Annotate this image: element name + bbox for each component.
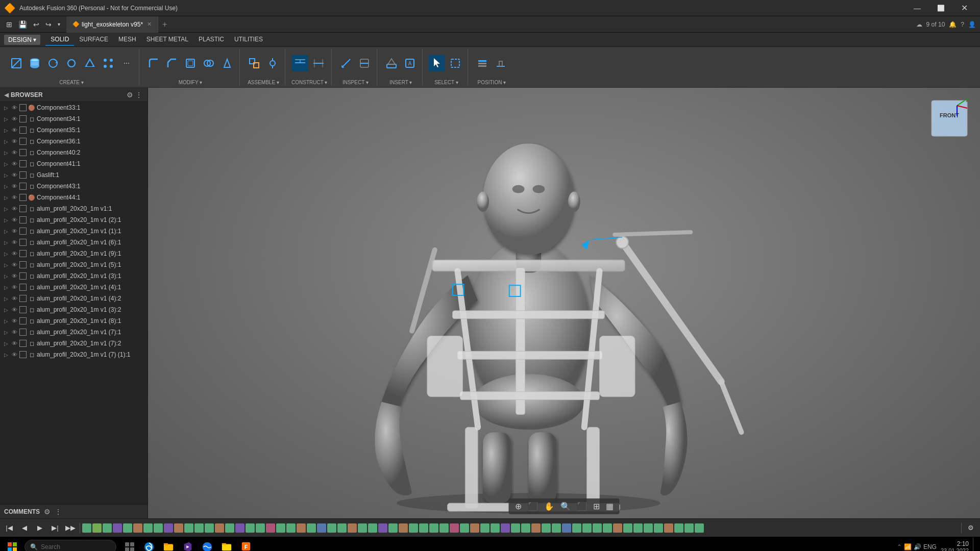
timeline-item[interactable]	[133, 523, 142, 533]
timeline-item[interactable]	[684, 523, 694, 533]
timeline-next-button[interactable]: ▶|	[48, 521, 62, 535]
model-view[interactable]	[148, 88, 980, 518]
tree-expand-comp35[interactable]: ▷	[2, 126, 10, 134]
tree-checkbox-alum12[interactable]	[19, 329, 27, 336]
view-pan-button[interactable]: ✋	[542, 500, 556, 512]
lang-indicator[interactable]: ENG	[923, 543, 937, 550]
tree-expand-comp36[interactable]: ▷	[2, 137, 10, 145]
timeline-item[interactable]	[256, 523, 265, 533]
tree-item-comp35[interactable]: ▷ 👁 ◻ Component35:1	[0, 124, 148, 136]
sidebar-settings-icon[interactable]: ⚙	[126, 90, 134, 100]
timeline-item[interactable]	[439, 523, 449, 533]
tree-item-comp43[interactable]: ▷ 👁 ◻ Component43:1	[0, 181, 148, 192]
timeline-item[interactable]	[82, 523, 91, 533]
tree-eye-alum1[interactable]: 👁	[10, 205, 18, 213]
modify-label[interactable]: MODIFY ▾	[179, 78, 202, 85]
taskbar-search[interactable]: 🔍 Search	[24, 540, 116, 551]
tree-checkbox-alum14[interactable]	[19, 351, 27, 358]
timeline-item[interactable]	[491, 523, 500, 533]
inspect-label[interactable]: INSPECT ▾	[342, 78, 369, 85]
timeline-item[interactable]	[184, 523, 193, 533]
tree-checkbox-alum2[interactable]	[19, 216, 27, 223]
tree-item-alum8[interactable]: ▷ 👁 ◻ alum_profil_20x20_1m v1 (4):1	[0, 282, 148, 293]
construct-label[interactable]: CONSTRUCT ▾	[291, 78, 327, 85]
tab-solid[interactable]: SOLID	[45, 34, 74, 46]
timeline-item[interactable]	[113, 523, 122, 533]
tab-utilities[interactable]: UTILITIES	[229, 34, 268, 46]
timeline-item[interactable]	[378, 523, 387, 533]
tree-item-alum5[interactable]: ▷ 👁 ◻ alum_profil_20x20_1m v1 (9):1	[0, 248, 148, 259]
redo-button[interactable]: ↪	[43, 19, 54, 30]
timeline-item[interactable]	[429, 523, 438, 533]
timeline-item[interactable]	[194, 523, 204, 533]
tree-item-alum11[interactable]: ▷ 👁 ◻ alum_profil_20x20_1m v1 (8):1	[0, 315, 148, 327]
tree-checkbox-alum6[interactable]	[19, 261, 27, 268]
tree-expand-comp34[interactable]: ▷	[2, 115, 10, 123]
tree-expand-alum13[interactable]: ▷	[2, 339, 10, 347]
tree-item-comp34[interactable]: ▷ 👁 ◻ Component34:1	[0, 113, 148, 124]
tree-eye-alum2[interactable]: 👁	[10, 216, 18, 224]
tree-expand-alum6[interactable]: ▷	[2, 261, 10, 269]
create-label[interactable]: CREATE ▾	[59, 78, 84, 85]
tree-item-comp33[interactable]: ▷ 👁 🟤 Component33:1	[0, 102, 148, 113]
tab-surface[interactable]: SURFACE	[74, 34, 113, 46]
timeline-item[interactable]	[450, 523, 459, 533]
offset-plane-button[interactable]	[292, 55, 308, 71]
tree-item-alum7[interactable]: ▷ 👁 ◻ alum_profil_20x20_1m v1 (3):1	[0, 270, 148, 282]
timeline-item[interactable]	[388, 523, 398, 533]
save-button[interactable]: 💾	[16, 19, 29, 30]
timeline-item[interactable]	[501, 523, 510, 533]
timeline-item[interactable]	[143, 523, 153, 533]
timeline-item[interactable]	[348, 523, 357, 533]
tree-checkbox-alum4[interactable]	[19, 239, 27, 246]
tree-item-comp40[interactable]: ▷ 👁 ◻ Component40:2	[0, 147, 148, 158]
tree-item-gaslift[interactable]: ▷ 👁 ◻ Gaslift:1	[0, 169, 148, 181]
tree-item-alum9[interactable]: ▷ 👁 ◻ alum_profil_20x20_1m v1 (4):2	[0, 293, 148, 304]
notifications-icon[interactable]: 🔔	[949, 21, 957, 28]
timeline-item[interactable]	[317, 523, 326, 533]
tree-item-alum4[interactable]: ▷ 👁 ◻ alum_profil_20x20_1m v1 (6):1	[0, 237, 148, 248]
tree-checkbox-alum10[interactable]	[19, 306, 27, 313]
comments-expand-icon[interactable]: ⋮	[55, 508, 62, 516]
tree-expand-gaslift[interactable]: ▷	[2, 171, 10, 179]
tree-eye-alum7[interactable]: 👁	[10, 272, 18, 280]
tree-checkbox-alum1[interactable]	[19, 205, 27, 212]
select-button[interactable]	[429, 55, 445, 71]
tree-eye-gaslift[interactable]: 👁	[10, 171, 18, 179]
timeline-item[interactable]	[92, 523, 102, 533]
timeline-item[interactable]	[103, 523, 112, 533]
timeline-last-button[interactable]: ▶▶	[63, 521, 78, 535]
insert-mesh-button[interactable]	[383, 55, 400, 71]
timeline-item[interactable]	[695, 523, 704, 533]
tree-expand-alum7[interactable]: ▷	[2, 272, 10, 280]
tree-expand-alum11[interactable]: ▷	[2, 317, 10, 325]
timeline-item[interactable]	[633, 523, 643, 533]
folder-button[interactable]	[217, 538, 236, 551]
fillet-button[interactable]	[145, 55, 162, 71]
tree-item-comp36[interactable]: ▷ 👁 ◻ Component36:1	[0, 136, 148, 147]
timeline-item[interactable]	[582, 523, 592, 533]
timeline-item[interactable]	[603, 523, 612, 533]
timeline-settings-button[interactable]: ⚙	[964, 521, 978, 535]
tree-checkbox-alum13[interactable]	[19, 340, 27, 347]
browser-button[interactable]	[198, 538, 216, 551]
tree-item-alum14[interactable]: ▷ 👁 ◻ alum_profil_20x20_1m v1 (7) (1):1	[0, 349, 148, 360]
collapse-sidebar-button[interactable]: ◀	[4, 91, 9, 98]
viewport[interactable]: FRONT Z ⊕ ⬛ ✋ 🔍 ⬛ ⊞ ▦	[148, 88, 980, 518]
show-desktop-button[interactable]	[973, 538, 976, 551]
timeline-item[interactable]	[164, 523, 173, 533]
tree-eye-alum9[interactable]: 👁	[10, 294, 18, 303]
tree-eye-alum13[interactable]: 👁	[10, 339, 18, 347]
timeline-item[interactable]	[399, 523, 408, 533]
comments-settings-icon[interactable]: ⚙	[44, 508, 51, 516]
view-display-button[interactable]: ⬛	[575, 500, 589, 512]
timeline-item[interactable]	[542, 523, 551, 533]
timeline-item[interactable]	[623, 523, 632, 533]
tree-expand-alum1[interactable]: ▷	[2, 205, 10, 213]
tree-eye-alum4[interactable]: 👁	[10, 238, 18, 246]
redo-dropdown[interactable]: ▾	[56, 20, 62, 28]
timeline-item[interactable]	[225, 523, 234, 533]
tree-expand-comp40[interactable]: ▷	[2, 148, 10, 157]
close-button[interactable]: ✕	[952, 0, 976, 16]
clock-area[interactable]: 2:10 23.01.2022	[941, 540, 969, 551]
